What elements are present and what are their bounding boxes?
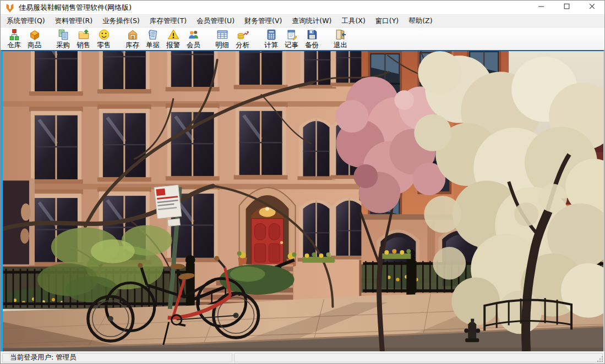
close-icon	[587, 1, 597, 14]
exit-icon	[335, 29, 347, 41]
maximize-icon	[562, 1, 572, 14]
toolbar-button-label: 计算	[264, 41, 278, 49]
toolbar-button-label: 会员	[187, 41, 200, 49]
menu-item-query-statistics[interactable]: 查询统计(W)	[287, 15, 336, 27]
toolbar-button-inventory[interactable]: 库存	[122, 28, 143, 49]
window-title: 佳易服装鞋帽销售管理软件(网络版)	[19, 3, 132, 13]
toolbar-button-alarm[interactable]: 报警	[163, 28, 183, 49]
main-area	[1, 50, 604, 351]
close-button[interactable]	[579, 1, 604, 14]
detail-icon	[216, 29, 228, 41]
toolbar-button-backup[interactable]: 备份	[302, 28, 322, 49]
window-controls	[528, 1, 604, 14]
current-user-text: 当前登录用户: 管理员	[10, 353, 77, 362]
toolbar-button-detail[interactable]: 明细	[212, 28, 232, 49]
toolbar-button-label: 采购	[56, 41, 70, 49]
toolbar-button-label: 明细	[215, 41, 229, 49]
warehouse-icon	[8, 29, 20, 41]
street-photo	[3, 51, 603, 351]
toolbar-button-sales[interactable]: 销售	[73, 28, 94, 49]
toolbar-button-label: 退出	[334, 41, 347, 49]
red-entrance-door	[237, 187, 297, 266]
menu-item-business-operation[interactable]: 业务操作(S)	[97, 15, 145, 27]
toolbar-button-warehouse[interactable]: 仓库	[4, 28, 24, 49]
toolbar-button-bills[interactable]: 单据	[143, 28, 163, 49]
toolbar-group: 计算记事备份	[261, 28, 322, 49]
minimize-button[interactable]	[528, 1, 554, 14]
toolbar-button-purchase[interactable]: 采购	[53, 28, 73, 49]
toolbar-button-analysis[interactable]: 分析	[232, 28, 253, 49]
toolbar-group: 仓库商品	[4, 28, 45, 49]
notepad-icon	[286, 29, 298, 41]
alarm-icon	[167, 29, 179, 41]
toolbar-button-label: 销售	[77, 41, 90, 49]
sales-icon	[78, 29, 90, 41]
menu-item-data-management[interactable]: 资料管理(R)	[50, 15, 97, 27]
menu-item-tools[interactable]: 工具(X)	[336, 15, 370, 27]
calculator-icon	[265, 29, 277, 41]
menu-item-window[interactable]: 窗口(Y)	[370, 15, 404, 27]
menu-item-system-management[interactable]: 系统管理(Q)	[2, 15, 50, 27]
toolbar-button-label: 库存	[126, 41, 139, 49]
menu-item-help[interactable]: 帮助(Z)	[404, 15, 437, 27]
toolbar-button-label: 零售	[97, 41, 111, 49]
maximize-button[interactable]	[554, 1, 579, 14]
toolbar-group: 退出	[330, 28, 351, 49]
brand-logo-icon	[5, 3, 15, 13]
toolbar-button-label: 报警	[166, 41, 180, 49]
menu-item-inventory-management[interactable]: 库存管理(T)	[145, 15, 192, 27]
toolbar-group: 采购销售零售	[53, 28, 114, 49]
analysis-icon	[237, 29, 249, 41]
bills-icon	[147, 29, 159, 41]
minimize-icon	[536, 1, 547, 14]
toolbar-button-label: 记事	[285, 41, 298, 49]
status-panel-secondary	[234, 353, 603, 362]
retail-icon	[98, 29, 110, 41]
toolbar-group: 明细分析	[212, 28, 253, 49]
toolbar-button-retail[interactable]: 零售	[94, 28, 114, 49]
status-bar: 当前登录用户: 管理员	[1, 351, 604, 363]
toolbar-button-member[interactable]: 会员	[183, 28, 204, 49]
toolbar-button-notepad[interactable]: 记事	[281, 28, 302, 49]
menu-bar: 系统管理(Q)资料管理(R)业务操作(S)库存管理(T)会员管理(U)财务管理(…	[1, 15, 604, 27]
backup-icon	[306, 29, 318, 41]
menu-item-finance-management[interactable]: 财务管理(V)	[239, 15, 287, 27]
toolbar-button-label: 商品	[28, 41, 41, 49]
title-bar: 佳易服装鞋帽销售管理软件(网络版)	[1, 1, 604, 15]
toolbar-button-exit[interactable]: 退出	[330, 28, 351, 49]
resize-grip-icon[interactable]	[597, 356, 603, 362]
toolbar-button-label: 备份	[305, 41, 319, 49]
status-panel-user: 当前登录用户: 管理员	[2, 353, 232, 362]
toolbar-button-label: 单据	[146, 41, 160, 49]
goods-icon	[29, 29, 41, 41]
purchase-icon	[57, 29, 69, 41]
toolbar: 仓库商品采购销售零售库存单据报警会员明细分析计算记事备份退出	[1, 27, 604, 50]
toolbar-group: 库存单据报警会员	[122, 28, 204, 49]
inventory-icon	[127, 29, 139, 41]
toolbar-button-label: 仓库	[7, 41, 21, 49]
toolbar-button-calculator[interactable]: 计算	[261, 28, 281, 49]
app-window: 佳易服装鞋帽销售管理软件(网络版) 系统管理(Q)资料管理(R)业务操作(S)库…	[0, 0, 605, 364]
member-icon	[188, 29, 200, 41]
menu-item-member-management[interactable]: 会员管理(U)	[192, 15, 239, 27]
toolbar-button-label: 分析	[236, 41, 249, 49]
toolbar-button-goods[interactable]: 商品	[24, 28, 45, 49]
